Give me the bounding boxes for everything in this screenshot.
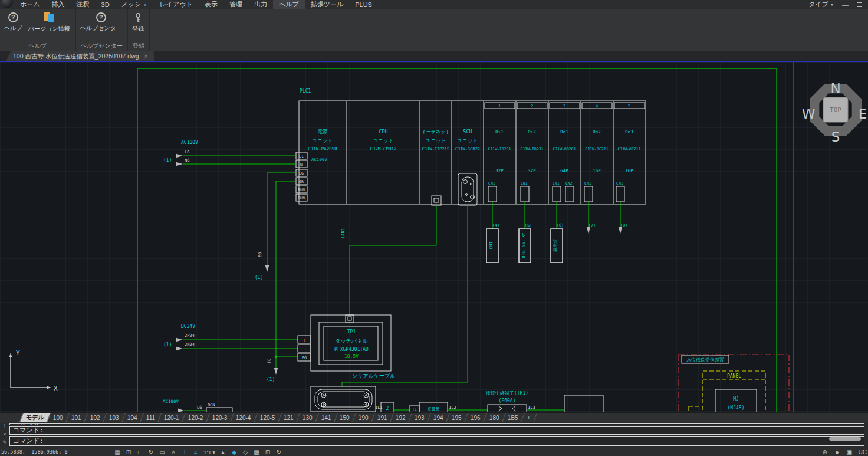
clean-screen-icon[interactable]: ↻ <box>275 449 282 455</box>
annotation-scale-icon[interactable]: ◇ <box>242 449 249 455</box>
help-button-label: ヘルプ <box>4 24 22 32</box>
unit-name: ユニット <box>458 137 478 143</box>
unit-model: CJ1W-SCU22 <box>455 147 480 152</box>
register-button[interactable]: 登録 <box>129 11 147 33</box>
mj-label: MJ <box>733 396 739 402</box>
cn-label: CN1 <box>616 181 623 186</box>
ribbon-tab-home[interactable]: ホーム <box>14 0 46 9</box>
type-dropdown[interactable]: タイプ <box>808 0 834 9</box>
annotation-scale-button[interactable]: 1:1▾ <box>203 449 215 455</box>
isolate-objects-icon[interactable]: ⊞ <box>264 449 271 455</box>
coordinate-display[interactable]: 56.5838, -1586.9366, 0 <box>1 449 68 455</box>
minimize-button[interactable]: — <box>842 1 849 8</box>
view-cube[interactable]: TOP N S W E <box>802 81 867 145</box>
wire-label: L6 <box>197 405 202 410</box>
ribbon-tab-plus[interactable]: PLUS <box>349 1 378 9</box>
more-icon[interactable]: ⋮ <box>1 423 8 429</box>
compass-south-label: S <box>831 129 840 145</box>
polar-tracking-icon[interactable]: ↻ <box>147 449 154 455</box>
app-logo-icon[interactable] <box>0 0 14 9</box>
sheet-ref: (1) <box>163 342 172 347</box>
sheet-tab-model[interactable]: モデル <box>19 413 51 422</box>
slot-number: 5 <box>628 104 630 109</box>
cn-label: CN1 <box>521 181 528 186</box>
version-info-button[interactable]: バージョン情報 <box>25 11 73 33</box>
sheet-ref: (7) <box>588 223 596 228</box>
object-snap-icon[interactable]: ▭ <box>159 449 166 455</box>
sheet-tab[interactable]: 120-1 <box>158 413 185 422</box>
ortho-mode-icon[interactable]: ∟ <box>136 449 143 455</box>
terminal-label: RUN <box>298 196 305 201</box>
wire-label: 2P24 <box>185 333 195 338</box>
ribbon-tab-3d[interactable]: 3D <box>96 1 116 9</box>
slot-number: 2 <box>531 104 533 109</box>
wire-label: L6 <box>185 150 189 155</box>
chevron-down-icon <box>830 4 834 6</box>
add-sheet-tab[interactable]: + <box>521 413 537 422</box>
restore-button[interactable] <box>857 2 862 7</box>
ribbon-tab-insert[interactable]: 挿入 <box>46 0 71 9</box>
module-destinations: (4) (5) (6) (7) (8) CH1 UPS, SW, KY 表示灯 <box>486 223 627 263</box>
ac-feed-label: AC100V <box>181 140 198 145</box>
object-snap-tracking-icon[interactable]: × <box>170 449 177 455</box>
ribbon-tab-manage[interactable]: 管理 <box>223 0 248 9</box>
wire-label: N6 <box>185 158 189 163</box>
sheet-tab[interactable]: 120-3 <box>206 413 234 422</box>
compass-east-label: E <box>859 106 867 122</box>
sheet-tab[interactable]: 120-4 <box>230 413 257 422</box>
annotation-visibility-icon[interactable]: ▲ <box>219 449 226 455</box>
hardware-accel-icon[interactable]: ▩ <box>253 449 260 455</box>
unit-name: CPU <box>379 129 387 134</box>
slot-number: 4 <box>596 104 598 109</box>
unit-model: CJ1W-PA205R <box>308 146 337 152</box>
dgn-label: DGN <box>208 403 215 408</box>
ribbon-tab-layout[interactable]: レイアウト <box>154 0 199 9</box>
unit-name: 電源 <box>318 129 328 134</box>
grid-display-icon[interactable]: ▦ <box>114 449 121 455</box>
module-name: Di2 <box>528 129 536 134</box>
tr1-sub: (F60A) <box>499 398 516 403</box>
power-terminals: L1 N LG GR RUN RUN AC100V <box>296 152 328 201</box>
chevron-down-icon: ▾ <box>212 449 215 455</box>
dynamic-input-icon[interactable]: ≡ <box>192 449 199 455</box>
sheet-tab[interactable]: 120-2 <box>182 413 209 422</box>
document-tab[interactable]: 100 西古野 水位伝送送信装置_20250107.dwg × <box>6 51 154 61</box>
ribbon-tab-mesh[interactable]: メッシュ <box>116 0 154 9</box>
slot-number: 3 <box>563 104 565 109</box>
help-button[interactable]: ? ヘルプ <box>1 11 25 32</box>
snap-mode-icon[interactable]: ⊞ <box>125 449 132 455</box>
sheet-tab[interactable]: 120-5 <box>254 413 281 422</box>
command-scrollbar[interactable] <box>829 437 861 441</box>
ribbon-tab-annotate[interactable]: 注釈 <box>71 0 96 9</box>
module-points: 32P <box>495 168 504 173</box>
module-points: 16P <box>593 168 601 173</box>
fg-wire-label: FG <box>267 359 272 363</box>
help-center-button[interactable]: ? ヘルプセンター <box>77 11 125 32</box>
wire-label: 2N24 <box>185 342 195 347</box>
command-input[interactable]: コマンド: <box>9 436 864 446</box>
wiring <box>176 154 623 413</box>
sheet-ref: (6) <box>557 223 564 228</box>
module-points: 64P <box>560 168 568 173</box>
close-tab-icon[interactable]: × <box>144 53 148 60</box>
ucs-toggle-label[interactable]: UC <box>859 449 867 455</box>
ribbon-tab-help[interactable]: ヘルプ <box>273 0 305 9</box>
scu-dsub-connector <box>458 173 477 205</box>
edit-icon[interactable]: ✎ <box>1 439 8 445</box>
device-label: T1 <box>412 407 417 412</box>
close-icon[interactable]: × <box>1 431 8 437</box>
document-tab-title: 100 西古野 水位伝送送信装置_20250107.dwg <box>13 53 139 61</box>
ribbon-tab-output[interactable]: 出力 <box>248 0 273 9</box>
notification-icon[interactable]: ● <box>834 449 841 455</box>
version-info-label: バージョン情報 <box>28 25 70 33</box>
settings-gear-icon[interactable]: ⊛ <box>821 449 828 455</box>
wire-label: 1L1 <box>375 405 383 410</box>
autoscale-icon[interactable]: ◆ <box>231 449 238 455</box>
document-tab-bar: 100 西古野 水位伝送送信装置_20250107.dwg × <box>0 51 868 62</box>
display-settings-icon[interactable]: ▣ <box>846 449 853 455</box>
ribbon-group-label-register: 登録 <box>128 42 149 51</box>
ribbon-tab-view[interactable]: 表示 <box>199 0 223 9</box>
dynamic-ucs-icon[interactable]: ⊥ <box>181 449 188 455</box>
drawing-canvas[interactable]: PLC1 1 2 3 4 5 電源 ユニット CJ1W-PA205R CPU ユ… <box>0 62 868 412</box>
ribbon-tab-extension-tools[interactable]: 拡張ツール <box>305 0 350 9</box>
